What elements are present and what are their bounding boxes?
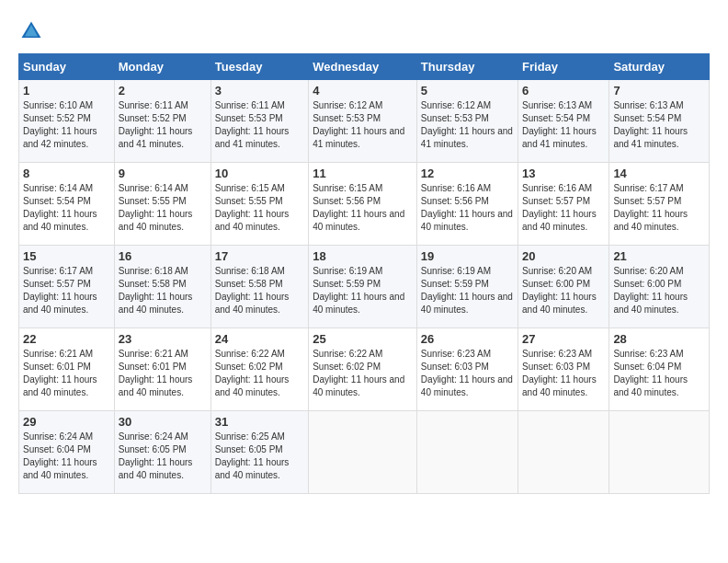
calendar-cell: 17 Sunrise: 6:18 AM Sunset: 5:58 PM Dayl… <box>210 246 308 328</box>
calendar-cell: 10 Sunrise: 6:15 AM Sunset: 5:55 PM Dayl… <box>210 163 308 246</box>
calendar-cell: 20 Sunrise: 6:20 AM Sunset: 6:00 PM Dayl… <box>518 246 609 328</box>
day-info: Sunrise: 6:21 AM Sunset: 6:01 PM Dayligh… <box>119 348 207 399</box>
day-info: Sunrise: 6:12 AM Sunset: 5:53 PM Dayligh… <box>421 99 514 151</box>
day-info: Sunrise: 6:11 AM Sunset: 5:53 PM Dayligh… <box>215 99 304 151</box>
day-info: Sunrise: 6:22 AM Sunset: 6:02 PM Dayligh… <box>215 348 304 399</box>
week-row-4: 22 Sunrise: 6:21 AM Sunset: 6:01 PM Dayl… <box>19 328 710 411</box>
calendar-cell: 15 Sunrise: 6:17 AM Sunset: 5:57 PM Dayl… <box>19 246 115 328</box>
calendar-cell: 24 Sunrise: 6:22 AM Sunset: 6:02 PM Dayl… <box>210 328 308 411</box>
week-row-5: 29 Sunrise: 6:24 AM Sunset: 6:04 PM Dayl… <box>19 411 710 494</box>
day-number: 31 <box>215 415 304 429</box>
calendar-cell: 7 Sunrise: 6:13 AM Sunset: 5:54 PM Dayli… <box>609 80 710 163</box>
calendar-cell: 14 Sunrise: 6:17 AM Sunset: 5:57 PM Dayl… <box>609 163 710 246</box>
weekday-row: SundayMondayTuesdayWednesdayThursdayFrid… <box>19 54 710 80</box>
day-number: 28 <box>613 332 705 346</box>
day-number: 22 <box>23 332 110 346</box>
logo <box>18 18 48 44</box>
day-info: Sunrise: 6:22 AM Sunset: 6:02 PM Dayligh… <box>313 348 413 399</box>
calendar-cell: 9 Sunrise: 6:14 AM Sunset: 5:55 PM Dayli… <box>114 163 210 246</box>
day-number: 26 <box>421 332 514 346</box>
calendar-cell: 18 Sunrise: 6:19 AM Sunset: 5:59 PM Dayl… <box>309 246 417 328</box>
calendar-cell <box>309 411 417 494</box>
weekday-header-sunday: Sunday <box>19 54 115 80</box>
calendar-cell: 21 Sunrise: 6:20 AM Sunset: 6:00 PM Dayl… <box>609 246 710 328</box>
calendar-cell: 8 Sunrise: 6:14 AM Sunset: 5:54 PM Dayli… <box>19 163 115 246</box>
weekday-header-saturday: Saturday <box>609 54 710 80</box>
calendar-header: SundayMondayTuesdayWednesdayThursdayFrid… <box>19 54 710 80</box>
calendar-cell <box>609 411 710 494</box>
day-info: Sunrise: 6:20 AM Sunset: 6:00 PM Dayligh… <box>522 265 605 316</box>
day-info: Sunrise: 6:24 AM Sunset: 6:05 PM Dayligh… <box>119 431 207 482</box>
weekday-header-tuesday: Tuesday <box>210 54 308 80</box>
calendar-cell: 3 Sunrise: 6:11 AM Sunset: 5:53 PM Dayli… <box>210 80 308 163</box>
day-info: Sunrise: 6:14 AM Sunset: 5:54 PM Dayligh… <box>23 182 110 234</box>
calendar-cell: 13 Sunrise: 6:16 AM Sunset: 5:57 PM Dayl… <box>518 163 609 246</box>
day-info: Sunrise: 6:19 AM Sunset: 5:59 PM Dayligh… <box>421 265 514 316</box>
day-number: 8 <box>23 167 110 180</box>
day-number: 13 <box>522 167 605 180</box>
day-number: 19 <box>421 249 514 263</box>
day-number: 12 <box>421 167 514 180</box>
day-info: Sunrise: 6:14 AM Sunset: 5:55 PM Dayligh… <box>119 182 207 234</box>
day-number: 14 <box>613 167 705 180</box>
day-number: 6 <box>522 84 605 98</box>
day-info: Sunrise: 6:23 AM Sunset: 6:04 PM Dayligh… <box>613 348 705 399</box>
calendar-cell: 11 Sunrise: 6:15 AM Sunset: 5:56 PM Dayl… <box>309 163 417 246</box>
calendar-cell: 22 Sunrise: 6:21 AM Sunset: 6:01 PM Dayl… <box>19 328 115 411</box>
day-number: 25 <box>313 332 413 346</box>
calendar-cell: 31 Sunrise: 6:25 AM Sunset: 6:05 PM Dayl… <box>210 411 308 494</box>
day-info: Sunrise: 6:23 AM Sunset: 6:03 PM Dayligh… <box>421 348 514 399</box>
day-number: 24 <box>215 332 304 346</box>
calendar-table: SundayMondayTuesdayWednesdayThursdayFrid… <box>18 53 710 494</box>
day-number: 23 <box>119 332 207 346</box>
day-info: Sunrise: 6:19 AM Sunset: 5:59 PM Dayligh… <box>313 265 413 316</box>
day-number: 9 <box>119 167 207 180</box>
day-number: 15 <box>23 249 110 263</box>
calendar-cell: 6 Sunrise: 6:13 AM Sunset: 5:54 PM Dayli… <box>518 80 609 163</box>
day-number: 11 <box>313 167 413 180</box>
calendar-cell: 4 Sunrise: 6:12 AM Sunset: 5:53 PM Dayli… <box>309 80 417 163</box>
logo-icon <box>18 18 44 44</box>
weekday-header-thursday: Thursday <box>416 54 518 80</box>
day-number: 21 <box>613 249 705 263</box>
day-number: 17 <box>215 249 304 263</box>
day-number: 18 <box>313 249 413 263</box>
calendar-cell: 29 Sunrise: 6:24 AM Sunset: 6:04 PM Dayl… <box>19 411 115 494</box>
day-info: Sunrise: 6:21 AM Sunset: 6:01 PM Dayligh… <box>23 348 110 399</box>
day-info: Sunrise: 6:18 AM Sunset: 5:58 PM Dayligh… <box>215 265 304 316</box>
day-number: 16 <box>119 249 207 263</box>
day-number: 7 <box>613 84 705 98</box>
calendar-cell: 12 Sunrise: 6:16 AM Sunset: 5:56 PM Dayl… <box>416 163 518 246</box>
day-info: Sunrise: 6:18 AM Sunset: 5:58 PM Dayligh… <box>119 265 207 316</box>
calendar-body: 1 Sunrise: 6:10 AM Sunset: 5:52 PM Dayli… <box>19 80 710 494</box>
day-number: 30 <box>119 415 207 429</box>
calendar-cell: 19 Sunrise: 6:19 AM Sunset: 5:59 PM Dayl… <box>416 246 518 328</box>
calendar-cell: 16 Sunrise: 6:18 AM Sunset: 5:58 PM Dayl… <box>114 246 210 328</box>
calendar-cell: 25 Sunrise: 6:22 AM Sunset: 6:02 PM Dayl… <box>309 328 417 411</box>
day-info: Sunrise: 6:12 AM Sunset: 5:53 PM Dayligh… <box>313 99 413 151</box>
day-number: 29 <box>23 415 110 429</box>
day-info: Sunrise: 6:23 AM Sunset: 6:03 PM Dayligh… <box>522 348 605 399</box>
day-info: Sunrise: 6:24 AM Sunset: 6:04 PM Dayligh… <box>23 431 110 482</box>
calendar-cell: 28 Sunrise: 6:23 AM Sunset: 6:04 PM Dayl… <box>609 328 710 411</box>
day-info: Sunrise: 6:16 AM Sunset: 5:57 PM Dayligh… <box>522 182 605 234</box>
week-row-3: 15 Sunrise: 6:17 AM Sunset: 5:57 PM Dayl… <box>19 246 710 328</box>
calendar-cell: 30 Sunrise: 6:24 AM Sunset: 6:05 PM Dayl… <box>114 411 210 494</box>
day-info: Sunrise: 6:13 AM Sunset: 5:54 PM Dayligh… <box>613 99 705 151</box>
day-info: Sunrise: 6:20 AM Sunset: 6:00 PM Dayligh… <box>613 265 705 316</box>
day-number: 4 <box>313 84 413 98</box>
day-number: 3 <box>215 84 304 98</box>
day-info: Sunrise: 6:16 AM Sunset: 5:56 PM Dayligh… <box>421 182 514 234</box>
calendar-cell: 26 Sunrise: 6:23 AM Sunset: 6:03 PM Dayl… <box>416 328 518 411</box>
calendar-cell: 1 Sunrise: 6:10 AM Sunset: 5:52 PM Dayli… <box>19 80 115 163</box>
day-number: 10 <box>215 167 304 180</box>
day-info: Sunrise: 6:15 AM Sunset: 5:56 PM Dayligh… <box>313 182 413 234</box>
page-header <box>18 18 710 44</box>
calendar-cell: 5 Sunrise: 6:12 AM Sunset: 5:53 PM Dayli… <box>416 80 518 163</box>
weekday-header-friday: Friday <box>518 54 609 80</box>
day-number: 20 <box>522 249 605 263</box>
weekday-header-monday: Monday <box>114 54 210 80</box>
calendar-cell <box>518 411 609 494</box>
day-number: 2 <box>119 84 207 98</box>
calendar-cell <box>416 411 518 494</box>
